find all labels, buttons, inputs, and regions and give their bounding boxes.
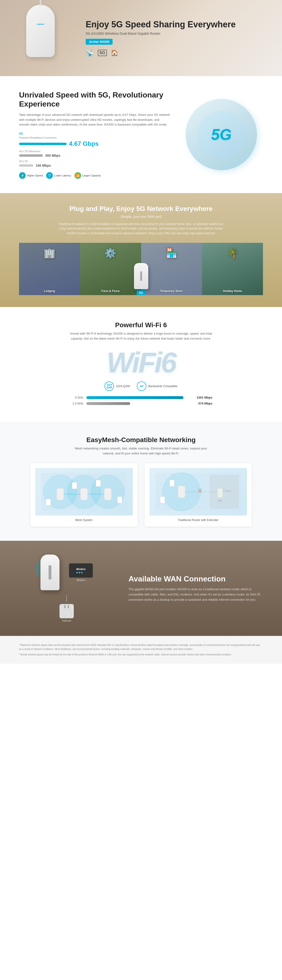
farm-label: Farm & Finca bbox=[101, 290, 119, 293]
speed-5g-bar-row: 4.67 Gbps bbox=[19, 140, 170, 148]
easymesh-diagrams: Mesh System Dead Zone Ext bbox=[19, 463, 263, 527]
speed-badges-row: ⚡ Higher Speed ⏱ Lower Latency 📶 Larger … bbox=[19, 172, 170, 179]
svg-rect-18 bbox=[217, 488, 223, 498]
router-antenna bbox=[40, 0, 41, 6]
higher-speed-icon: ⚡ bbox=[19, 172, 26, 179]
svg-rect-23 bbox=[160, 496, 165, 503]
wan-internet-plug bbox=[59, 604, 74, 618]
wan-router-wifi-group bbox=[40, 555, 59, 590]
badge-larger-capacity: 📶 Larger Capacity bbox=[75, 172, 101, 179]
svg-rect-4 bbox=[57, 488, 64, 500]
speed-4g-label: 4G-LTE bbox=[19, 160, 170, 163]
wifi6-title: Powerful Wi-Fi 6 bbox=[19, 321, 263, 329]
wifi6-section: Powerful Wi-Fi 6 Armed with Wi-Fi 6 tech… bbox=[0, 307, 282, 422]
speed-title: Unrivaled Speed with 5G, Revolutionary E… bbox=[19, 91, 170, 109]
store-label: Temporary Store bbox=[160, 290, 183, 293]
svg-rect-24 bbox=[170, 480, 174, 487]
wifi6-speeds-block: 5 GHz: 1201 Mbps 2.4 GHz: 574 Mbps bbox=[70, 396, 212, 405]
wan-router-body bbox=[40, 555, 59, 590]
wifi6-5ghz-bar-wrap bbox=[86, 396, 194, 399]
wifi6-5ghz-value: 1201 Mbps bbox=[197, 396, 212, 399]
speed-5g-sublabel: Powerful Broadband Connection bbox=[19, 136, 170, 139]
speed-4glte-label: 4G-LTE Advanced bbox=[19, 150, 170, 153]
5g-badge: 5G bbox=[137, 290, 145, 295]
wifi6-description: Armed with Wi-Fi 6 technology, NX200 is … bbox=[70, 331, 212, 341]
wifi6-24ghz-bar bbox=[86, 402, 130, 405]
wifi6-24ghz-value: 574 Mbps bbox=[198, 402, 212, 405]
footnote-1: * Maximum wireless signal rates are the … bbox=[19, 643, 263, 651]
qam-label: 1024-QAM bbox=[116, 385, 130, 388]
badge-lower-latency: ⏱ Lower Latency bbox=[46, 172, 71, 179]
speed-right-col: 5G bbox=[180, 99, 263, 170]
icon-router: 📡 bbox=[86, 49, 94, 57]
wan-led-1 bbox=[76, 572, 78, 573]
holiday-icon: 🌴 bbox=[226, 248, 239, 259]
wifi6-24ghz-freq: 2.4 GHz: bbox=[70, 402, 84, 405]
wifi6-badge-qam: 1024QAM 1024-QAM bbox=[105, 382, 130, 391]
wan-section: Modem Modem bbox=[0, 541, 282, 636]
holiday-label: Holiday Home bbox=[223, 290, 242, 293]
svg-rect-9 bbox=[46, 499, 51, 506]
5g-disc-graphic: 5G bbox=[186, 99, 257, 170]
larger-capacity-icon: 📶 bbox=[75, 172, 81, 179]
wifi6-badges-row: 1024QAM 1024-QAM ↩ Backwards Compatible bbox=[19, 382, 263, 391]
wan-internet-plug-group: Internet bbox=[59, 604, 74, 622]
mesh-svg bbox=[35, 468, 133, 515]
mini-router-body bbox=[134, 263, 148, 289]
speed-4g-bar-row: 150 Mbps bbox=[19, 164, 170, 167]
mesh-diagram: Mesh System bbox=[30, 463, 137, 527]
location-lodging: 🏢 Lodging bbox=[19, 243, 80, 295]
wan-modem-inner: Modem bbox=[76, 568, 86, 573]
speed-4glte-bar-row: 300 Mbps bbox=[19, 154, 170, 158]
higher-speed-label: Higher Speed bbox=[27, 174, 43, 177]
wifi6-logo: WiFi6 bbox=[19, 348, 263, 377]
wan-description: The gigabit WAN/LAN port enables NX200 t… bbox=[129, 587, 263, 602]
lodging-label: Lodging bbox=[44, 290, 55, 293]
speed-5g-group: 5G Powerful Broadband Connection 4.67 Gb… bbox=[19, 132, 170, 148]
traditional-svg: Dead Zone Ext bbox=[150, 468, 247, 515]
hero-badge[interactable]: Archer NX200 bbox=[86, 39, 113, 45]
svg-rect-5 bbox=[80, 488, 88, 500]
traditional-diagram-area: Dead Zone Ext bbox=[150, 468, 247, 515]
wan-router-slit bbox=[49, 565, 51, 579]
svg-rect-17 bbox=[178, 486, 185, 498]
wifi6-24ghz-bar-wrap bbox=[86, 402, 196, 405]
qam-icon: 1024QAM bbox=[105, 382, 114, 391]
easymesh-title: EasyMesh-Compatible Networking bbox=[19, 436, 263, 444]
hero-text-block: Enjoy 5G Speed Sharing Everywhere 5G AX1… bbox=[86, 19, 282, 57]
speed-5g-value: 4.67 Gbps bbox=[69, 140, 99, 148]
location-store: 🏪 Temporary Store bbox=[141, 243, 202, 295]
wan-internet-label: Internet bbox=[62, 619, 71, 622]
store-icon: 🏪 bbox=[166, 248, 177, 259]
backwards-icon: ↩ bbox=[137, 382, 147, 391]
wan-left-col: Modem Modem bbox=[19, 555, 114, 622]
speed-5g-label: 5G bbox=[19, 132, 170, 135]
icon-5g: 5G bbox=[98, 50, 107, 56]
footnote-2: * Actual network speed may be limited by… bbox=[19, 652, 263, 657]
speed-section: Unrivaled Speed with 5G, Revolutionary E… bbox=[0, 76, 282, 193]
center-router: 5G bbox=[134, 263, 148, 295]
wifi6-24ghz-row: 2.4 GHz: 574 Mbps bbox=[70, 402, 212, 405]
router-led bbox=[37, 24, 44, 25]
speed-4g-bar bbox=[19, 164, 33, 167]
wan-connection-line bbox=[66, 595, 67, 602]
location-holiday: 🌴 Holiday Home bbox=[202, 243, 263, 295]
wan-modem-label: Modem bbox=[76, 568, 86, 571]
mesh-diagram-label: Mesh System bbox=[35, 519, 133, 522]
locations-row: 🏢 Lodging ⚙️ Farm & Finca 5G 🏪 Temporary… bbox=[19, 243, 263, 295]
svg-rect-6 bbox=[104, 488, 112, 500]
location-farm: ⚙️ Farm & Finca bbox=[80, 243, 141, 295]
speed-5g-bar bbox=[19, 143, 67, 145]
wifi6-5ghz-freq: 5 GHz: bbox=[70, 396, 84, 399]
traditional-diagram-label: Traditional Router with Extender bbox=[150, 519, 247, 522]
plug-section: Plug and Play, Enjoy 5G Network Everywhe… bbox=[0, 193, 282, 307]
plug-prongs bbox=[64, 605, 69, 608]
icon-home: 🏠 bbox=[111, 49, 118, 57]
backwards-label: Backwards Compatible bbox=[148, 385, 177, 388]
wan-modem-leds bbox=[76, 572, 86, 573]
speed-4g-value: 150 Mbps bbox=[36, 164, 51, 167]
hero-section: Enjoy 5G Speed Sharing Everywhere 5G AX1… bbox=[0, 0, 282, 76]
mesh-diagram-area bbox=[35, 468, 133, 515]
wifi6-5ghz-bar bbox=[86, 396, 183, 399]
plug-subtitle: Simple, just one SIM card bbox=[19, 215, 263, 218]
